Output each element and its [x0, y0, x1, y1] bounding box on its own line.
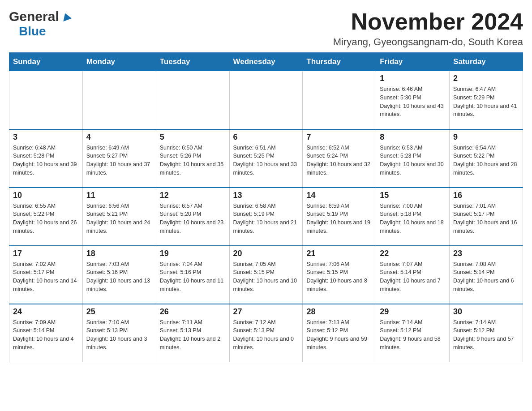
calendar-week-row: 17Sunrise: 7:02 AMSunset: 5:17 PMDayligh…	[9, 246, 523, 304]
day-number: 4	[86, 133, 152, 142]
calendar-header-tuesday: Tuesday	[156, 53, 229, 71]
day-info: Sunrise: 7:01 AMSunset: 5:17 PMDaylight:…	[453, 202, 519, 235]
day-info: Sunrise: 6:52 AMSunset: 5:24 PMDaylight:…	[306, 144, 372, 177]
calendar-cell: 28Sunrise: 7:13 AMSunset: 5:12 PMDayligh…	[303, 304, 376, 362]
day-number: 30	[453, 307, 519, 317]
day-number: 8	[380, 133, 446, 142]
day-number: 27	[233, 307, 299, 317]
day-info: Sunrise: 6:59 AMSunset: 5:19 PMDaylight:…	[306, 202, 372, 235]
day-number: 1	[380, 74, 446, 83]
calendar-cell: 19Sunrise: 7:04 AMSunset: 5:16 PMDayligh…	[156, 246, 229, 304]
calendar-header-saturday: Saturday	[450, 53, 523, 71]
calendar-cell: 21Sunrise: 7:06 AMSunset: 5:15 PMDayligh…	[303, 246, 376, 304]
day-number: 13	[233, 191, 299, 200]
day-number: 26	[160, 307, 226, 317]
day-number: 14	[306, 191, 372, 200]
day-info: Sunrise: 6:57 AMSunset: 5:20 PMDaylight:…	[160, 202, 226, 235]
calendar-cell: 5Sunrise: 6:50 AMSunset: 5:26 PMDaylight…	[156, 129, 229, 188]
day-number: 15	[380, 191, 446, 200]
day-info: Sunrise: 7:06 AMSunset: 5:15 PMDaylight:…	[306, 260, 372, 294]
calendar-week-row: 24Sunrise: 7:09 AMSunset: 5:14 PMDayligh…	[9, 304, 523, 362]
calendar-week-row: 3Sunrise: 6:48 AMSunset: 5:28 PMDaylight…	[9, 129, 523, 188]
location-title: Miryang, Gyeongsangnam-do, South Korea	[333, 36, 523, 48]
day-number: 9	[453, 133, 519, 142]
day-info: Sunrise: 6:47 AMSunset: 5:29 PMDaylight:…	[453, 85, 519, 119]
calendar-cell: 3Sunrise: 6:48 AMSunset: 5:28 PMDaylight…	[9, 129, 83, 188]
calendar-cell: 30Sunrise: 7:14 AMSunset: 5:12 PMDayligh…	[450, 304, 523, 362]
calendar-cell	[9, 71, 83, 129]
day-info: Sunrise: 7:04 AMSunset: 5:16 PMDaylight:…	[160, 260, 226, 294]
day-info: Sunrise: 6:48 AMSunset: 5:28 PMDaylight:…	[13, 144, 79, 177]
day-number: 20	[233, 249, 299, 258]
day-info: Sunrise: 7:11 AMSunset: 5:13 PMDaylight:…	[160, 318, 226, 352]
day-info: Sunrise: 7:12 AMSunset: 5:13 PMDaylight:…	[233, 318, 299, 352]
calendar-cell: 26Sunrise: 7:11 AMSunset: 5:13 PMDayligh…	[156, 304, 229, 362]
calendar-cell: 6Sunrise: 6:51 AMSunset: 5:25 PMDaylight…	[229, 129, 303, 188]
day-info: Sunrise: 6:50 AMSunset: 5:26 PMDaylight:…	[160, 144, 226, 177]
day-number: 11	[86, 191, 152, 200]
day-number: 6	[233, 133, 299, 142]
calendar-header-friday: Friday	[376, 53, 450, 71]
month-title: November 2024	[333, 9, 523, 34]
day-info: Sunrise: 6:56 AMSunset: 5:21 PMDaylight:…	[86, 202, 152, 235]
day-number: 24	[13, 307, 79, 317]
day-info: Sunrise: 6:58 AMSunset: 5:19 PMDaylight:…	[233, 202, 299, 235]
day-number: 3	[13, 133, 79, 142]
day-info: Sunrise: 7:14 AMSunset: 5:12 PMDaylight:…	[380, 318, 446, 352]
day-info: Sunrise: 6:46 AMSunset: 5:30 PMDaylight:…	[380, 85, 446, 119]
calendar-header-monday: Monday	[82, 53, 156, 71]
day-info: Sunrise: 6:49 AMSunset: 5:27 PMDaylight:…	[86, 144, 152, 177]
calendar-cell: 12Sunrise: 6:57 AMSunset: 5:20 PMDayligh…	[156, 188, 229, 246]
calendar-cell: 27Sunrise: 7:12 AMSunset: 5:13 PMDayligh…	[229, 304, 303, 362]
day-info: Sunrise: 7:13 AMSunset: 5:12 PMDaylight:…	[306, 318, 372, 352]
calendar-cell: 8Sunrise: 6:53 AMSunset: 5:23 PMDaylight…	[376, 129, 450, 188]
calendar-cell: 15Sunrise: 7:00 AMSunset: 5:18 PMDayligh…	[376, 188, 450, 246]
page-header: General Blue November 2024 Miryang, Gyeo…	[9, 9, 523, 48]
svg-marker-0	[61, 12, 72, 21]
calendar-header-sunday: Sunday	[9, 53, 83, 71]
calendar-cell: 13Sunrise: 6:58 AMSunset: 5:19 PMDayligh…	[229, 188, 303, 246]
calendar-header-row: SundayMondayTuesdayWednesdayThursdayFrid…	[9, 53, 523, 71]
calendar-cell	[82, 71, 156, 129]
day-number: 25	[86, 307, 152, 317]
day-number: 23	[453, 249, 519, 258]
day-number: 21	[306, 249, 372, 258]
calendar-week-row: 10Sunrise: 6:55 AMSunset: 5:22 PMDayligh…	[9, 188, 523, 246]
calendar-cell: 18Sunrise: 7:03 AMSunset: 5:16 PMDayligh…	[82, 246, 156, 304]
logo-blue: Blue	[19, 24, 46, 39]
calendar-cell: 14Sunrise: 6:59 AMSunset: 5:19 PMDayligh…	[303, 188, 376, 246]
calendar-cell: 29Sunrise: 7:14 AMSunset: 5:12 PMDayligh…	[376, 304, 450, 362]
day-info: Sunrise: 6:54 AMSunset: 5:22 PMDaylight:…	[453, 144, 519, 177]
day-info: Sunrise: 7:07 AMSunset: 5:14 PMDaylight:…	[380, 260, 446, 294]
day-info: Sunrise: 7:08 AMSunset: 5:14 PMDaylight:…	[453, 260, 519, 294]
calendar-cell: 7Sunrise: 6:52 AMSunset: 5:24 PMDaylight…	[303, 129, 376, 188]
day-info: Sunrise: 7:10 AMSunset: 5:13 PMDaylight:…	[86, 318, 152, 352]
calendar-table: SundayMondayTuesdayWednesdayThursdayFrid…	[9, 52, 523, 362]
calendar-cell: 16Sunrise: 7:01 AMSunset: 5:17 PMDayligh…	[450, 188, 523, 246]
calendar-cell	[229, 71, 303, 129]
calendar-cell: 25Sunrise: 7:10 AMSunset: 5:13 PMDayligh…	[82, 304, 156, 362]
day-number: 7	[306, 133, 372, 142]
day-info: Sunrise: 6:53 AMSunset: 5:23 PMDaylight:…	[380, 144, 446, 177]
logo-triangle-icon	[60, 9, 73, 22]
title-section: November 2024 Miryang, Gyeongsangnam-do,…	[333, 9, 523, 48]
calendar-cell: 10Sunrise: 6:55 AMSunset: 5:22 PMDayligh…	[9, 188, 83, 246]
calendar-week-row: 1Sunrise: 6:46 AMSunset: 5:30 PMDaylight…	[9, 71, 523, 129]
day-info: Sunrise: 6:51 AMSunset: 5:25 PMDaylight:…	[233, 144, 299, 177]
calendar-cell: 22Sunrise: 7:07 AMSunset: 5:14 PMDayligh…	[376, 246, 450, 304]
day-info: Sunrise: 7:02 AMSunset: 5:17 PMDaylight:…	[13, 260, 79, 294]
calendar-cell: 2Sunrise: 6:47 AMSunset: 5:29 PMDaylight…	[450, 71, 523, 129]
day-info: Sunrise: 7:00 AMSunset: 5:18 PMDaylight:…	[380, 202, 446, 235]
day-info: Sunrise: 7:03 AMSunset: 5:16 PMDaylight:…	[86, 260, 152, 294]
day-number: 19	[160, 249, 226, 258]
day-number: 28	[306, 307, 372, 317]
day-number: 17	[13, 249, 79, 258]
day-number: 16	[453, 191, 519, 200]
calendar-cell: 23Sunrise: 7:08 AMSunset: 5:14 PMDayligh…	[450, 246, 523, 304]
logo: General Blue	[9, 9, 73, 39]
calendar-header-wednesday: Wednesday	[229, 53, 303, 71]
calendar-cell: 4Sunrise: 6:49 AMSunset: 5:27 PMDaylight…	[82, 129, 156, 188]
day-number: 22	[380, 249, 446, 258]
logo-general: General	[9, 9, 59, 24]
calendar-cell: 1Sunrise: 6:46 AMSunset: 5:30 PMDaylight…	[376, 71, 450, 129]
